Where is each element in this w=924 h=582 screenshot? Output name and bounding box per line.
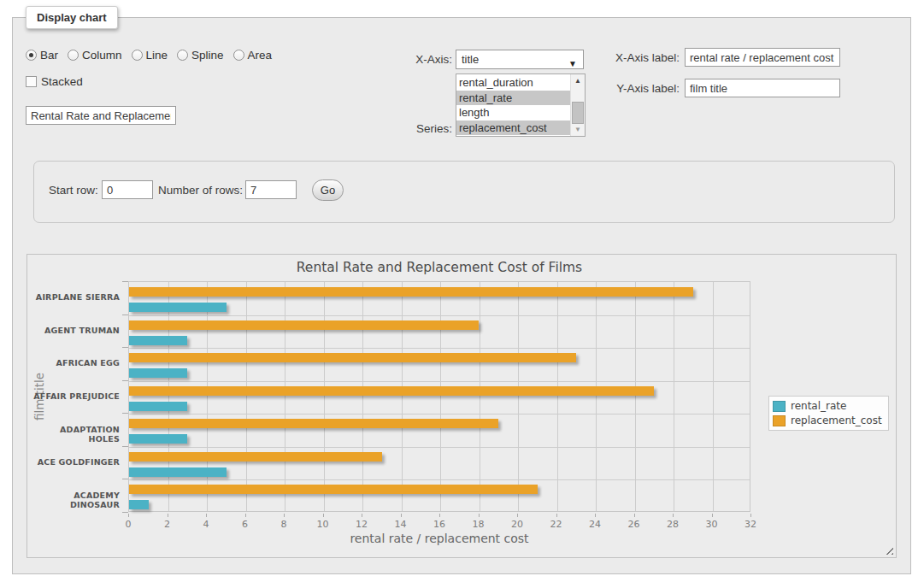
gridline: [362, 282, 363, 511]
y-axis-label-input[interactable]: [685, 79, 840, 97]
legend-swatch-replacement_cost: [773, 415, 786, 426]
legend-label: rental_rate: [791, 400, 846, 412]
y-axis-label-label: Y-Axis label:: [603, 82, 680, 95]
chart-x-axis-title: rental rate / replacement cost: [128, 532, 750, 545]
x-tick-mark: [245, 514, 246, 517]
y-category-label: AIRPLANE SIERRA: [27, 292, 120, 302]
chart-type-radio-spline[interactable]: Spline: [177, 49, 224, 62]
y-tick-mark: [122, 479, 128, 479]
x-tick-label: 0: [114, 519, 143, 530]
bar-rental_rate: [129, 402, 187, 411]
x-tick-mark: [323, 514, 324, 517]
gridline: [129, 381, 750, 382]
x-tick-mark: [517, 514, 518, 517]
chart-type-group: BarColumnLineSplineArea: [26, 49, 272, 62]
x-tick-mark: [479, 514, 480, 517]
x-tick-label: 12: [347, 519, 376, 530]
x-axis-label-label: X-Axis label:: [603, 51, 680, 64]
start-row-input[interactable]: [102, 180, 153, 199]
gridline: [635, 282, 636, 511]
x-tick-label: 8: [269, 519, 298, 530]
chart-title-input[interactable]: [26, 106, 176, 125]
y-tick-mark: [122, 413, 128, 414]
radio-label: Line: [146, 49, 168, 62]
x-tick-label: 30: [697, 519, 727, 530]
radio-icon: [233, 50, 244, 61]
go-button[interactable]: Go: [312, 179, 344, 201]
radio-icon: [132, 50, 143, 61]
radio-label: Spline: [191, 49, 224, 62]
stacked-checkbox[interactable]: Stacked: [26, 75, 83, 88]
x-tick-label: 2: [153, 519, 182, 530]
display-chart-legend: Display chart: [26, 6, 118, 29]
x-axis-select[interactable]: title ▼: [456, 50, 584, 69]
gridline: [129, 479, 750, 480]
bar-replacement_cost: [129, 353, 576, 362]
gridline: [129, 414, 750, 414]
radio-label: Area: [248, 49, 273, 62]
display-chart-panel: BarColumnLineSplineArea Stacked X-Axis: …: [12, 17, 911, 574]
scroll-up-icon[interactable]: ▲: [571, 74, 585, 87]
bar-rental_rate: [129, 368, 187, 378]
x-tick-label: 16: [425, 519, 454, 530]
row-range-panel: Start row: Number of rows: Go: [33, 161, 895, 223]
chart-type-radio-line[interactable]: Line: [132, 49, 168, 62]
series-option-length[interactable]: length: [456, 105, 570, 121]
chart-type-radio-bar[interactable]: Bar: [26, 49, 58, 62]
chart-plot-area: [128, 281, 750, 512]
series-option-rental_duration[interactable]: rental_duration: [456, 75, 570, 91]
checkbox-icon: [26, 76, 37, 87]
bar-replacement_cost: [129, 320, 479, 330]
gridline: [246, 282, 247, 511]
radio-icon: [68, 50, 79, 61]
bar-replacement_cost: [129, 287, 693, 297]
y-tick-mark: [122, 281, 128, 282]
y-tick-mark: [122, 446, 128, 447]
gridline: [518, 282, 519, 511]
y-category-label: ACADEMY DINOSAUR: [27, 491, 120, 509]
x-tick-mark: [362, 514, 362, 517]
y-tick-mark: [122, 380, 128, 381]
y-tick-mark: [122, 347, 128, 348]
radio-icon: [26, 50, 37, 61]
gridline: [557, 282, 558, 511]
radio-icon: [177, 50, 188, 61]
stacked-label: Stacked: [41, 75, 83, 88]
series-scrollbar[interactable]: ▲ ▼: [570, 74, 585, 136]
chart-type-radio-area[interactable]: Area: [233, 49, 273, 62]
chart-container: Rental Rate and Replacement Cost of Film…: [26, 254, 897, 558]
bar-replacement_cost: [129, 419, 498, 428]
scroll-down-icon[interactable]: ▼: [571, 123, 585, 136]
y-category-label: AGENT TRUMAN: [27, 326, 120, 335]
bar-replacement_cost: [129, 386, 654, 396]
bar-rental_rate: [129, 467, 227, 477]
bar-replacement_cost: [129, 452, 382, 461]
bar-rental_rate: [129, 336, 187, 345]
chart-type-radio-column[interactable]: Column: [68, 49, 122, 62]
x-tick-label: 18: [464, 519, 493, 530]
x-tick-mark: [673, 514, 674, 517]
gridline: [402, 282, 403, 511]
series-listbox[interactable]: rental_durationrental_ratelengthreplacem…: [456, 73, 586, 137]
gridline: [674, 282, 674, 511]
bar-rental_rate: [129, 500, 149, 509]
bar-replacement_cost: [129, 485, 538, 494]
y-tick-mark: [122, 315, 128, 315]
x-axis-select-value: title: [462, 53, 479, 66]
scrollbar-thumb[interactable]: [572, 102, 584, 124]
x-tick-label: 32: [736, 519, 765, 530]
series-option-rental_rate[interactable]: rental_rate: [456, 91, 570, 106]
gridline: [129, 315, 750, 316]
bar-rental_rate: [129, 434, 187, 444]
x-axis-label-input[interactable]: [685, 48, 840, 67]
start-row-label: Start row:: [49, 184, 98, 197]
gridline: [440, 282, 441, 511]
y-category-label: ADAPTATION HOLES: [27, 425, 120, 444]
chart-legend: rental_ratereplacement_cost: [768, 396, 889, 431]
gridline: [324, 282, 325, 511]
series-option-replacement_cost[interactable]: replacement_cost: [456, 121, 570, 136]
number-of-rows-input[interactable]: [245, 180, 297, 199]
resize-handle-icon[interactable]: [884, 545, 893, 555]
x-tick-mark: [634, 514, 635, 517]
series-label: Series:: [389, 122, 452, 135]
